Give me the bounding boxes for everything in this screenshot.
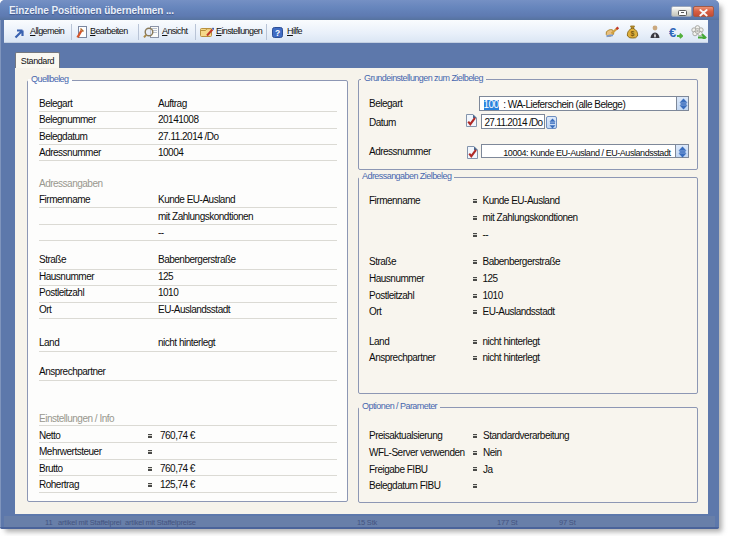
svg-text:?: ? xyxy=(275,28,280,38)
svg-text:$: $ xyxy=(631,30,635,38)
svg-text:€: € xyxy=(669,25,676,39)
